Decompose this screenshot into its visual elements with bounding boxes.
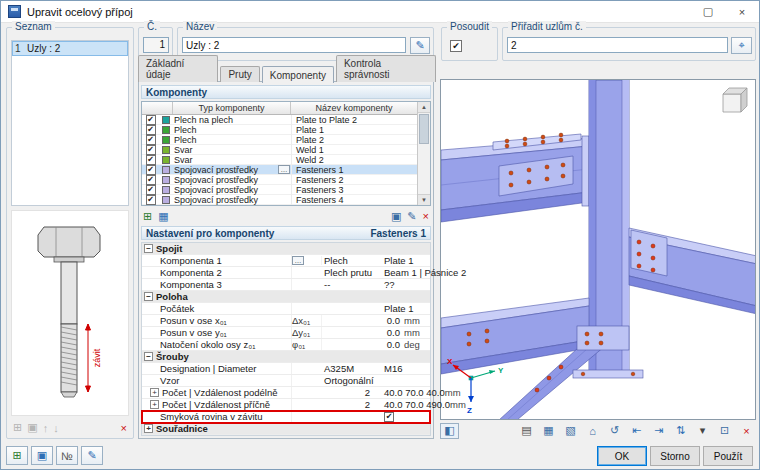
name-column-header[interactable]: Název komponenty [291, 102, 417, 114]
component-row[interactable]: ✔Spojovací prostředkyFasteners 2 [142, 175, 417, 185]
table-scrollbar[interactable]: ▲ ▼ [417, 102, 430, 205]
component-row[interactable]: ✔Spojovací prostředkyFasteners 4 [142, 195, 417, 205]
smykova-rovina-v-zavitu-checkbox[interactable]: ✔ [384, 412, 394, 422]
row-komponenta-2[interactable]: Komponenta 2Plech prutuBeam 1 | Pásnice … [142, 267, 430, 279]
connection-name-input[interactable] [182, 37, 406, 53]
property-value-2[interactable]: 0.0 [382, 339, 404, 350]
viewport-panel-button[interactable]: ◧ [440, 423, 459, 439]
group-spojit[interactable]: −Spojit [142, 243, 430, 255]
wireframe-view-icon[interactable]: ▧ [561, 423, 580, 439]
row-smykova-rovina[interactable]: Smyková rovina v závitu✔ [142, 411, 430, 423]
dimension-x-icon[interactable]: ⇤ [627, 423, 646, 439]
property-value-1[interactable]: Plech [322, 255, 382, 266]
component-visible-checkbox[interactable]: ✔ [146, 135, 156, 145]
row-posun-x[interactable]: Posun v ose x₀₁Δx₀₁0.0mm [142, 315, 430, 327]
property-value-2[interactable]: ?? [382, 279, 404, 290]
delete-component-button[interactable]: × [423, 210, 429, 222]
settings-button[interactable]: ✎ [81, 446, 103, 465]
property-value-1[interactable]: A325M [322, 363, 382, 374]
component-visible-checkbox[interactable]: ✔ [146, 195, 156, 205]
row-komponenta-1[interactable]: Komponenta 1…PlechPlate 1 [142, 255, 430, 267]
cancel-button[interactable]: Storno [650, 446, 700, 466]
shaded-view-icon[interactable]: ▦ [539, 423, 558, 439]
property-value-2[interactable]: Plate 1 [382, 303, 414, 314]
row-posun-y[interactable]: Posun v ose y₀₁Δy₀₁0.0mm [142, 327, 430, 339]
expander-pocet-vzdalenost-pricne[interactable]: + [150, 400, 159, 409]
ok-button[interactable]: OK [597, 446, 647, 466]
dimension-y-icon[interactable]: ⇥ [649, 423, 668, 439]
component-picker-button[interactable]: … [278, 165, 290, 174]
component-row[interactable]: ✔PlechPlate 1 [142, 125, 417, 135]
component-visible-checkbox[interactable]: ✔ [146, 165, 156, 175]
copy-component-button[interactable]: ▣ [391, 210, 401, 223]
display-options-icon[interactable]: ▾ [693, 423, 712, 439]
type-column-header[interactable]: Typ komponenty [173, 102, 291, 114]
scroll-thumb[interactable] [419, 114, 429, 144]
titlebar[interactable]: Upravit ocelový přípoj ▢× [1, 1, 759, 23]
tab-komponenty[interactable]: Komponenty [262, 66, 334, 83]
expander-pocet-vzdalenost-podelne[interactable]: + [150, 388, 159, 397]
viewport-3d[interactable]: X Y Z [440, 79, 756, 420]
tab-kontrola-spravnosti[interactable]: Kontrola správnosti [336, 55, 436, 82]
scroll-down-button[interactable]: ▼ [418, 194, 430, 205]
component-visible-checkbox[interactable]: ✔ [146, 155, 156, 165]
property-value-2[interactable]: 0.0 [382, 327, 404, 338]
edit-component-button[interactable]: ✎ [407, 210, 416, 223]
list-item-node[interactable]: 1Uzly : 2 [12, 41, 128, 56]
renumber-button[interactable]: № [56, 446, 78, 465]
expander-spojit[interactable]: − [144, 244, 153, 253]
check-design-checkbox[interactable]: ✔ [450, 40, 462, 52]
property-value-2[interactable]: M16 [382, 363, 404, 374]
list-delete-button[interactable]: × [121, 422, 127, 434]
row-pocatek[interactable]: PočátekPlate 1 [142, 303, 430, 315]
group-srouby[interactable]: −Šrouby [142, 351, 430, 363]
expander-poloha[interactable]: − [144, 292, 153, 301]
component-row[interactable]: ✔Plech na plechPlate to Plate 2 [142, 115, 417, 125]
rename-button[interactable]: ✎ [410, 37, 430, 54]
property-value-2[interactable]: ✔ [382, 412, 404, 422]
property-value-1[interactable]: 2 [322, 399, 382, 410]
property-value-2[interactable]: 40.0 70.0 490.0 [382, 399, 450, 410]
component-visible-checkbox[interactable]: ✔ [146, 185, 156, 195]
apply-button[interactable]: Použít [703, 446, 753, 466]
row-natoceni-z[interactable]: Natočení okolo osy z₀₁φ₀₁0.0deg [142, 339, 430, 351]
connection-list[interactable]: 1Uzly : 2 [11, 40, 129, 206]
dimension-z-icon[interactable]: ⇅ [671, 423, 690, 439]
component-library-button[interactable]: ▦ [158, 210, 168, 223]
property-value-2[interactable]: 0.0 [382, 315, 404, 326]
row-komponenta-3[interactable]: Komponenta 3--?? [142, 279, 430, 291]
assign-nodes-input[interactable] [507, 37, 728, 53]
component-row[interactable]: ✔PlechPlate 2 [142, 135, 417, 145]
property-value-1[interactable]: 2 [322, 387, 382, 398]
group-souradnice[interactable]: +Souřadnice [142, 423, 430, 435]
property-value-2[interactable]: 40.0 70.0 40.0 [382, 387, 445, 398]
group-poloha[interactable]: −Poloha [142, 291, 430, 303]
component-row[interactable]: ✔SvarWeld 1 [142, 145, 417, 155]
print-icon[interactable]: ⊡ [715, 423, 734, 439]
row-pocet-pricne[interactable]: +Počet | Vzdálenost příčně240.0 70.0 490… [142, 399, 430, 411]
add-component-button[interactable]: ⊞ [143, 210, 152, 223]
component-row[interactable]: ✔Spojovací prostředkyFasteners 3 [142, 185, 417, 195]
property-value-1[interactable]: Plech prutu [322, 267, 382, 278]
property-value-1[interactable]: -- [322, 279, 382, 290]
tab-zakladni-udaje[interactable]: Základní údaje [138, 55, 218, 82]
component-visible-checkbox[interactable]: ✔ [146, 115, 156, 125]
expander-souradnice[interactable]: + [144, 424, 153, 433]
property-value-1[interactable]: Ortogonální [322, 375, 382, 386]
component-row[interactable]: ✔SvarWeld 2 [142, 155, 417, 165]
component-visible-checkbox[interactable]: ✔ [146, 175, 156, 185]
new-connection-button[interactable]: ⊞ [6, 446, 28, 465]
pick-nodes-button[interactable]: ⌖ [731, 37, 752, 54]
component-visible-checkbox[interactable]: ✔ [146, 125, 156, 135]
component-visible-checkbox[interactable]: ✔ [146, 145, 156, 155]
copy-connection-button[interactable]: ▣ [31, 446, 53, 465]
property-value-2[interactable]: Beam 1 | Pásnice 2 [382, 267, 466, 278]
property-value-2[interactable]: Plate 1 [382, 255, 414, 266]
select-mode-icon[interactable]: ▤ [517, 423, 536, 439]
close-button[interactable]: × [725, 1, 759, 22]
scroll-up-button[interactable]: ▲ [418, 102, 430, 113]
row-designation-diameter[interactable]: Designation | DiameterA325MM16 [142, 363, 430, 375]
maximize-button[interactable]: ▢ [691, 1, 725, 22]
rotate-view-icon[interactable]: ↺ [605, 423, 624, 439]
row-vzor[interactable]: VzorOrtogonální [142, 375, 430, 387]
